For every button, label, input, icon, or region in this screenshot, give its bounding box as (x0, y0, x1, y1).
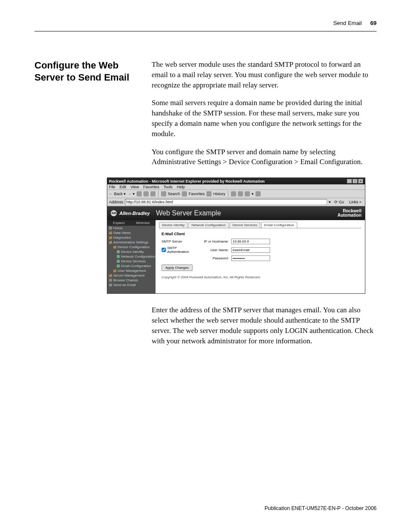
stop-icon[interactable] (137, 191, 142, 196)
sidebar: Expand Minimize HomeData ViewsDiagnostic… (107, 220, 156, 293)
sidebar-minimize[interactable]: Minimize (136, 221, 150, 225)
sidebar-item-home[interactable]: Home (107, 226, 156, 230)
password-input[interactable] (231, 255, 270, 261)
browser-addressbar: Address ▾ ⟳ Go Links » (107, 198, 365, 206)
sidebar-item-send-an-email[interactable]: Send an Email (107, 283, 156, 287)
ra-line2: Automation (337, 213, 361, 218)
sidebar-item-device-services[interactable]: Device Services (107, 259, 156, 264)
home-icon[interactable] (150, 191, 156, 196)
smtp-auth-label: SMTP Authentication (167, 246, 199, 254)
menu-view[interactable]: View (131, 185, 139, 189)
paragraph-2: Some mail servers require a domain name … (152, 98, 377, 139)
toolbar-separator (158, 191, 159, 197)
app-header: AB Allen-Bradley Web Server Example Rock… (107, 206, 365, 220)
form-title: E-Mail Client (162, 232, 359, 236)
sidebar-item-administrative-settings[interactable]: Administrative Settings (107, 240, 156, 245)
rockwell-logo: Rockwell Automation (337, 209, 361, 218)
close-button[interactable]: × (358, 179, 363, 184)
browser-titlebar: Rockwell Automation - Microsoft Internet… (107, 178, 365, 184)
publication-footer: Publication ENET-UM527E-EN-P - October 2… (265, 505, 377, 511)
sidebar-expand[interactable]: Expand (113, 221, 125, 225)
forward-button[interactable]: → ▾ (128, 192, 135, 196)
sidebar-item-user-management[interactable]: User Management (107, 268, 156, 273)
browser-window: Rockwell Automation - Microsoft Internet… (107, 177, 365, 294)
sidebar-item-diagnostics[interactable]: Diagnostics (107, 235, 156, 240)
search-icon[interactable] (161, 191, 166, 196)
menu-tools[interactable]: Tools (163, 185, 172, 189)
discuss-icon[interactable] (255, 191, 261, 196)
username-input[interactable] (231, 247, 270, 253)
tab-email-configuration[interactable]: Email Configuration (261, 222, 297, 228)
smtp-auth-checkbox[interactable] (162, 248, 166, 252)
paragraph-4: Enter the address of the SMTP server tha… (152, 305, 377, 346)
sidebar-item-device-configuration[interactable]: Device Configuration (107, 245, 156, 249)
section-title: Send Email (333, 20, 361, 26)
sidebar-item-browse-chassis[interactable]: Browse Chassis (107, 278, 156, 283)
smtp-server-label: SMTP Server (162, 240, 199, 243)
tab-device-services[interactable]: Device Services (230, 222, 260, 228)
brand-name: Allen-Bradley (119, 211, 150, 216)
page-header: Send Email 69 (333, 20, 377, 26)
sidebar-item-data-views[interactable]: Data Views (107, 230, 156, 235)
address-dropdown-icon[interactable]: ▾ (329, 200, 331, 204)
embedded-screenshot: Rockwell Automation - Microsoft Internet… (107, 177, 365, 294)
search-button[interactable]: Search (168, 192, 181, 196)
sidebar-item-server-management[interactable]: Server Management (107, 273, 156, 278)
section-heading: Configure the Web Server to Send Email (34, 59, 141, 175)
browser-menubar: File Edit View Favorites Tools Help (107, 184, 365, 190)
maximize-button[interactable]: □ (352, 179, 358, 184)
app-title: Web Server Example (156, 209, 221, 217)
browser-toolbar: ← Back ▾ → ▾ Search Favorites History ▾ (107, 190, 365, 198)
print-icon[interactable] (238, 191, 243, 196)
history-button[interactable]: History (213, 192, 225, 196)
header-rule (34, 31, 377, 31)
refresh-icon[interactable] (143, 191, 149, 196)
copyright-text: Copyright © 2004 Rockwell Automation, In… (162, 275, 359, 279)
sidebar-item-device-identity[interactable]: Device Identity (107, 249, 156, 254)
toolbar-separator (228, 191, 228, 197)
history-icon[interactable] (206, 191, 212, 196)
mail-icon[interactable] (231, 191, 236, 196)
links-label[interactable]: Links » (347, 200, 363, 204)
address-label: Address (109, 200, 123, 204)
minimize-button[interactable]: _ (347, 179, 352, 184)
smtp-server-input[interactable] (231, 239, 270, 244)
menu-favorites[interactable]: Favorites (143, 185, 159, 189)
password-label: Password: (201, 256, 229, 260)
address-input[interactable] (125, 199, 327, 205)
main-panel: Device Identity Network Configuration De… (156, 220, 365, 293)
go-button[interactable]: ⟳ Go (333, 200, 346, 204)
favorites-icon[interactable] (182, 191, 187, 196)
content-area: Configure the Web Server to Send Email T… (34, 59, 377, 346)
tab-device-identity[interactable]: Device Identity (159, 222, 187, 228)
apply-changes-button[interactable]: Apply Changes (162, 264, 193, 271)
favorites-button[interactable]: Favorites (189, 192, 205, 196)
page-number: 69 (371, 20, 377, 26)
ab-logo-icon: AB (111, 210, 117, 216)
back-button[interactable]: ← Back ▾ (109, 192, 126, 196)
email-config-panel: E-Mail Client SMTP Server IP or Hostname… (159, 228, 361, 282)
sidebar-item-network-configuration[interactable]: Network Configuration (107, 254, 156, 259)
dropdown-icon[interactable]: ▾ (252, 192, 254, 196)
menu-file[interactable]: File (109, 185, 115, 189)
window-controls: _ □ × (347, 179, 363, 184)
window-title: Rockwell Automation - Microsoft Internet… (109, 179, 265, 184)
paragraph-1: The web server module uses the standard … (152, 59, 377, 90)
paragraph-3: You configure the SMTP server and domain… (152, 147, 377, 168)
menu-help[interactable]: Help (177, 185, 185, 189)
edit-icon[interactable] (245, 191, 250, 196)
sidebar-item-email-configuration[interactable]: Email Configuration (107, 264, 156, 268)
ip-hostname-label: IP or Hostname: (201, 240, 229, 243)
tab-network-configuration[interactable]: Network Configuration (188, 222, 228, 228)
username-label: User Name: (201, 248, 229, 252)
menu-edit[interactable]: Edit (120, 185, 127, 189)
